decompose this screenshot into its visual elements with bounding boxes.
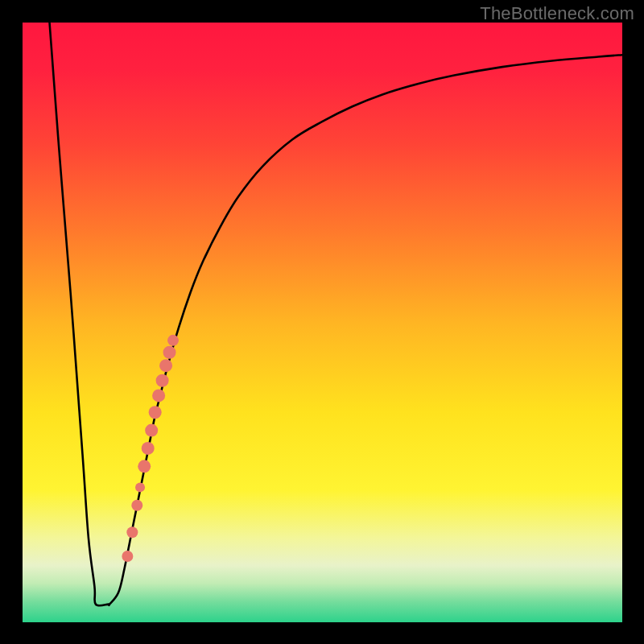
highlight-dot: [152, 389, 165, 402]
highlight-dot: [131, 500, 142, 511]
highlight-dot: [135, 482, 145, 492]
highlight-dot: [167, 335, 179, 346]
highlight-dot: [156, 374, 169, 387]
chart-outer-frame: TheBottleneck.com: [0, 0, 644, 644]
watermark-text: TheBottleneck.com: [480, 3, 634, 24]
highlight-dots: [122, 335, 179, 562]
highlight-dot: [142, 442, 155, 455]
highlight-dot: [145, 424, 158, 437]
highlight-dot: [149, 406, 162, 419]
curve-layer: [23, 23, 622, 622]
bottleneck-curve: [50, 23, 622, 605]
highlight-dot: [126, 526, 138, 538]
highlight-dot: [163, 346, 176, 359]
highlight-dot: [138, 460, 151, 473]
highlight-dot: [122, 551, 133, 562]
highlight-dot: [159, 359, 172, 372]
plot-area: [23, 23, 622, 622]
